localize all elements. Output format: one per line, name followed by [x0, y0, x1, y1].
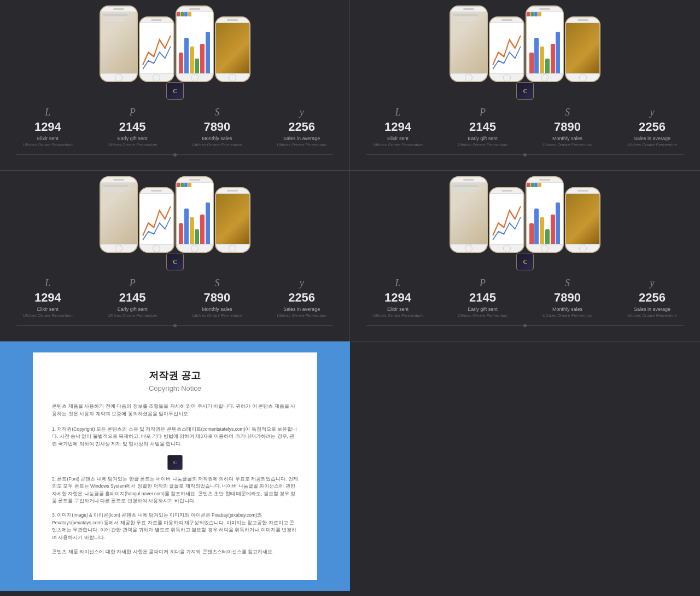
phone-mockup-tr-4 — [565, 16, 600, 82]
stat-number: 2145 — [440, 291, 525, 305]
phone-home-btn — [177, 73, 213, 81]
phone-screen — [566, 194, 599, 244]
stat-label: Sales in average — [610, 306, 695, 312]
logo-letter: C — [523, 258, 527, 265]
stat-number: 2145 — [90, 120, 175, 134]
phone-screen — [140, 194, 173, 244]
phone-screen — [490, 194, 523, 244]
quadrant-bottom-right: C L 1294 Elixir sent Ultrices Ornare Fer… — [350, 171, 700, 341]
phone-home-btn — [527, 73, 563, 81]
phone-mockup-tr-2 — [489, 16, 524, 82]
phone-mockup-br-3 — [526, 176, 564, 253]
copyright-section-1: 1. 저작권(Copyright) 모든 콘텐츠의 소유 및 저작권은 콘텐츠스… — [52, 426, 298, 448]
stat-item: P 2145 Early gift sent Ultrices Ornare F… — [440, 277, 525, 318]
stat-item: L 1294 Elixir sent Ultrices Ornare Ferme… — [5, 107, 90, 147]
phone-home-btn — [566, 244, 599, 252]
phone-top-bar — [177, 7, 213, 12]
stat-letter: S — [525, 107, 610, 118]
stat-number: 7890 — [175, 120, 260, 134]
copyright-section-2: 2. 폰트(Font) 콘텐츠 내에 담겨있는 한글 폰트는 네이버 나눔글꼴의… — [52, 476, 298, 505]
phone-mockup-bl-4 — [215, 187, 250, 253]
stat-sublabel: Ultrices Ornare Fermentum — [175, 142, 260, 147]
stat-letter: L — [5, 277, 90, 289]
phone-row-bl — [0, 171, 349, 253]
phone-screen-2 — [140, 23, 173, 73]
phone-home-btn — [490, 73, 523, 81]
stat-sublabel: Ultrices Ornare Fermentum — [610, 313, 695, 318]
stat-label: Monthly sales — [175, 136, 260, 141]
stat-label: Elixir sent — [355, 306, 440, 312]
copyright-intro: 콘텐츠 제품을 사용하기 전에 다음의 정보를 조항들을 자세히 읽어 주시기 … — [52, 402, 298, 418]
phone-top-bar — [101, 7, 137, 12]
inner-divider-bl — [16, 325, 333, 326]
stat-number: 1294 — [355, 291, 440, 305]
copyright-footer: 콘텐츠 제품 라이선스에 대한 자세한 사항은 콤파이저 히대을 가져와 콘텐츠… — [52, 548, 298, 556]
stat-item: S 7890 Monthly sales Ultrices Ornare Fer… — [525, 277, 610, 318]
quadrant-top-right: C L 1294 Elixir sent Ultrices Ornare Fer… — [350, 0, 700, 170]
stat-sublabel: Ultrices Ornare Fermentum — [610, 142, 695, 147]
bottom-section: 저작권 공고 Copyright Notice 콘텐츠 제품을 사용하기 전에 … — [0, 342, 700, 591]
stat-item: y 2256 Sales in average Ultrices Ornare … — [610, 107, 695, 147]
stat-number: 2256 — [610, 120, 695, 134]
phone-row-top-right — [350, 0, 700, 82]
stat-number: 1294 — [355, 120, 440, 134]
phone-mockup-1 — [100, 5, 138, 82]
logo-top-right: C — [350, 82, 700, 100]
stat-sublabel: Ultrices Ornare Fermentum — [440, 313, 525, 318]
phone-mockup-br-1 — [450, 176, 488, 253]
stat-sublabel: Ultrices Ornare Fermentum — [440, 142, 525, 147]
stat-label: Elixir sent — [5, 136, 90, 141]
stat-label: Sales in average — [259, 136, 344, 141]
stats-row-bottom-right: L 1294 Elixir sent Ultrices Ornare Ferme… — [350, 275, 700, 321]
phone-top-bar — [566, 188, 599, 194]
stat-sublabel: Ultrices Ornare Fermentum — [90, 313, 175, 318]
stat-sublabel: Ultrices Ornare Fermentum — [355, 142, 440, 147]
copyright-brand-logo: C — [167, 455, 183, 470]
logo-bottom-left: C — [0, 253, 349, 270]
stat-item: S 7890 Monthly sales Ultrices Ornare Fer… — [525, 107, 610, 147]
copyright-title-korean: 저작권 공고 — [52, 369, 298, 382]
stat-item: y 2256 Sales in average Ultrices Ornare … — [610, 277, 695, 318]
stat-label: Early gift sent — [90, 136, 175, 141]
copyright-section: 저작권 공고 Copyright Notice 콘텐츠 제품을 사용하기 전에 … — [0, 342, 350, 591]
phone-mockup-4 — [215, 16, 250, 82]
phone-home-btn — [101, 73, 137, 81]
logo-letter: C — [523, 88, 527, 94]
phone-top-bar — [216, 18, 249, 23]
stat-sublabel: Ultrices Ornare Fermentum — [259, 142, 344, 147]
phone-top-bar — [527, 177, 563, 183]
stat-letter: P — [90, 107, 175, 118]
phone-home-btn — [566, 73, 599, 81]
phone-top-bar — [490, 188, 523, 194]
phone-home-btn — [101, 244, 137, 252]
stat-label: Monthly sales — [525, 136, 610, 141]
stat-sublabel: Ultrices Ornare Fermentum — [525, 142, 610, 147]
stat-label: Sales in average — [259, 306, 344, 312]
stat-number: 2256 — [259, 291, 344, 305]
logo-letter: C — [173, 258, 177, 265]
phone-top-bar — [216, 188, 249, 194]
phone-screen — [216, 194, 249, 244]
dark-right-panel — [350, 342, 700, 591]
copyright-inner: 저작권 공고 Copyright Notice 콘텐츠 제품을 사용하기 전에 … — [33, 352, 317, 580]
phone-screen — [101, 183, 137, 244]
phone-mockup-tr-3 — [526, 5, 564, 82]
phone-home-btn — [490, 244, 523, 252]
stat-letter: P — [440, 107, 525, 118]
stat-letter: P — [440, 277, 525, 289]
stat-number: 7890 — [525, 291, 610, 305]
stat-letter: y — [610, 277, 695, 289]
copyright-section-3-body: 3. 이미지(Image) & 아이콘(Icon) 콘텐츠 내에 담겨있는 이미… — [52, 512, 298, 541]
phone-mockup-br-2 — [489, 187, 524, 253]
phone-top-bar — [451, 177, 487, 183]
stat-label: Elixir sent — [5, 306, 90, 312]
stat-number: 1294 — [5, 120, 90, 134]
stat-label: Monthly sales — [175, 306, 260, 312]
phone-screen — [451, 12, 487, 73]
stat-number: 2256 — [610, 291, 695, 305]
phone-home-btn — [216, 73, 249, 81]
brand-logo: C — [516, 82, 534, 100]
stat-letter: S — [525, 277, 610, 289]
stats-row-top-left: L 1294 Elixir sent Ultrices Ornare Ferme… — [0, 104, 349, 150]
stats-row-bottom-left: L 1294 Elixir sent Ultrices Ornare Ferme… — [0, 275, 349, 321]
